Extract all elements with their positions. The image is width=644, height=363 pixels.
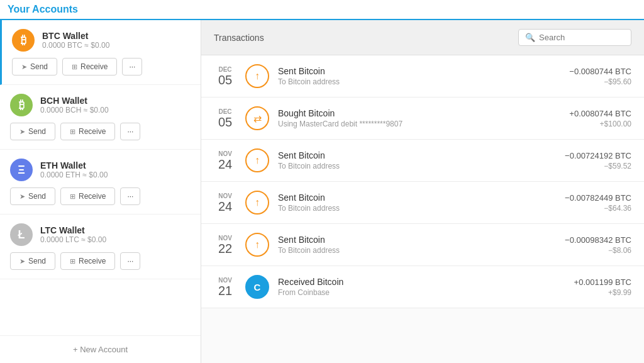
wallet-info-ltc: LTC Wallet 0.0000 LTC ≈ $0.00 (40, 225, 106, 244)
send-button-btc[interactable]: ➤ Send (12, 58, 57, 75)
tx-usd-0: −$95.60 (569, 77, 631, 86)
tx-name-0: Sent Bitcoin (278, 66, 560, 76)
wallet-icon-ltc: Ł (10, 223, 33, 246)
page-title: Your Accounts (8, 4, 78, 15)
tx-amounts-3: −0.00782449 BTC −$64.36 (565, 193, 631, 213)
tx-subtitle-5: From Coinbase (278, 288, 565, 297)
tx-date-4: NOV 22 (214, 235, 236, 255)
send-button-bch[interactable]: ➤ Send (10, 123, 55, 140)
tx-name-2: Sent Bitcoin (278, 150, 556, 160)
wallet-balance-bch: 0.0000 BCH ≈ $0.00 (40, 106, 109, 114)
tx-type-icon-3: ↑ (245, 191, 269, 215)
receive-button-bch[interactable]: ⊞ Receive (60, 123, 115, 140)
tx-type-icon-4: ↑ (245, 233, 269, 257)
more-button-btc[interactable]: ··· (122, 58, 142, 75)
wallet-header-ltc: Ł LTC Wallet 0.0000 LTC ≈ $0.00 (10, 223, 191, 246)
tx-type-icon-2: ↑ (245, 148, 269, 172)
tx-day-2: 24 (214, 157, 236, 171)
receive-icon: ⊞ (70, 257, 75, 265)
wallet-info-btc: BTC Wallet 0.0000 BTC ≈ $0.00 (42, 31, 109, 50)
wallet-name-ltc: LTC Wallet (40, 225, 106, 235)
tx-amounts-0: −0.0080744 BTC −$95.60 (569, 67, 631, 86)
wallet-header-bch: ₿ BCH Wallet 0.0000 BCH ≈ $0.00 (10, 94, 191, 116)
tx-month-3: NOV (214, 193, 236, 199)
receive-button-eth[interactable]: ⊞ Receive (60, 187, 115, 205)
wallet-card-ltc[interactable]: Ł LTC Wallet 0.0000 LTC ≈ $0.00 ➤ Send ⊞… (0, 215, 201, 279)
tx-subtitle-0: To Bitcoin address (278, 77, 560, 86)
search-input[interactable] (539, 33, 625, 42)
wallet-header-btc: ₿ BTC Wallet 0.0000 BTC ≈ $0.00 (12, 29, 191, 52)
wallet-header-eth: Ξ ETH Wallet 0.0000 ETH ≈ $0.00 (10, 159, 191, 181)
tx-day-4: 22 (214, 242, 236, 255)
wallet-balance-eth: 0.0000 ETH ≈ $0.00 (40, 170, 108, 179)
more-button-eth[interactable]: ··· (120, 187, 140, 205)
search-box[interactable]: 🔍 (518, 29, 631, 46)
tx-day-0: 05 (214, 73, 236, 87)
send-icon: ➤ (19, 193, 25, 201)
tx-date-1: DEC 05 (214, 108, 236, 129)
table-row[interactable]: NOV 21 C Received Bitcoin From Coinbase … (201, 266, 644, 308)
wallet-actions-bch: ➤ Send ⊞ Receive ··· (10, 123, 191, 140)
tx-day-3: 24 (214, 199, 236, 213)
tx-btc-0: −0.0080744 BTC (569, 67, 631, 76)
receive-button-btc[interactable]: ⊞ Receive (62, 58, 117, 75)
receive-icon: ⊞ (70, 128, 75, 136)
table-row[interactable]: NOV 24 ↑ Sent Bitcoin To Bitcoin address… (201, 182, 644, 224)
send-button-eth[interactable]: ➤ Send (10, 187, 55, 205)
tx-amounts-1: +0.0080744 BTC +$100.00 (569, 109, 631, 128)
tx-date-0: DEC 05 (214, 66, 236, 87)
table-row[interactable]: NOV 24 ↑ Sent Bitcoin To Bitcoin address… (201, 140, 644, 182)
tx-type-icon-1: ⇄ (245, 106, 269, 130)
receive-button-ltc[interactable]: ⊞ Receive (60, 252, 115, 270)
tx-btc-3: −0.00782449 BTC (565, 193, 631, 203)
tx-btc-4: −0.00098342 BTC (565, 235, 631, 245)
send-icon: ➤ (19, 257, 25, 265)
tx-usd-3: −$64.36 (565, 204, 631, 213)
table-row[interactable]: NOV 22 ↑ Sent Bitcoin To Bitcoin address… (201, 224, 644, 266)
wallet-info-bch: BCH Wallet 0.0000 BCH ≈ $0.00 (40, 96, 109, 114)
tx-details-2: Sent Bitcoin To Bitcoin address (278, 150, 556, 170)
tx-details-0: Sent Bitcoin To Bitcoin address (278, 66, 560, 86)
tx-type-icon-0: ↑ (245, 64, 269, 88)
tx-usd-5: +$9.99 (574, 288, 631, 297)
tx-amounts-2: −0.00724192 BTC −$59.52 (565, 151, 631, 170)
send-button-ltc[interactable]: ➤ Send (10, 252, 55, 270)
wallet-icon-bch: ₿ (10, 94, 33, 116)
sidebar: ₿ BTC Wallet 0.0000 BTC ≈ $0.00 ➤ Send ⊞… (0, 20, 201, 363)
tx-details-4: Sent Bitcoin To Bitcoin address (278, 235, 556, 255)
tx-date-3: NOV 24 (214, 193, 236, 213)
tx-name-3: Sent Bitcoin (278, 193, 556, 203)
wallet-info-eth: ETH Wallet 0.0000 ETH ≈ $0.00 (40, 160, 108, 179)
send-icon: ➤ (21, 63, 27, 71)
search-icon: 🔍 (525, 33, 535, 42)
tx-details-1: Bought Bitcoin Using MasterCard debit **… (278, 108, 560, 128)
table-row[interactable]: DEC 05 ↑ Sent Bitcoin To Bitcoin address… (201, 55, 644, 98)
top-bar: Your Accounts (0, 0, 644, 20)
more-button-bch[interactable]: ··· (120, 123, 140, 140)
tx-btc-1: +0.0080744 BTC (569, 109, 631, 118)
tx-date-5: NOV 21 (214, 277, 236, 298)
wallet-name-eth: ETH Wallet (40, 160, 108, 170)
table-row[interactable]: DEC 05 ⇄ Bought Bitcoin Using MasterCard… (201, 98, 644, 140)
new-account-button[interactable]: + New Account (0, 335, 201, 363)
wallet-card-bch[interactable]: ₿ BCH Wallet 0.0000 BCH ≈ $0.00 ➤ Send ⊞… (0, 85, 201, 150)
tx-subtitle-2: To Bitcoin address (278, 162, 556, 170)
tx-name-1: Bought Bitcoin (278, 108, 560, 118)
wallet-card-btc[interactable]: ₿ BTC Wallet 0.0000 BTC ≈ $0.00 ➤ Send ⊞… (0, 20, 201, 85)
tx-details-3: Sent Bitcoin To Bitcoin address (278, 193, 556, 213)
wallet-card-eth[interactable]: Ξ ETH Wallet 0.0000 ETH ≈ $0.00 ➤ Send ⊞… (0, 150, 201, 215)
tx-day-1: 05 (214, 115, 236, 129)
tx-name-4: Sent Bitcoin (278, 235, 556, 245)
tx-month-4: NOV (214, 235, 236, 242)
tx-subtitle-4: To Bitcoin address (278, 246, 556, 255)
tx-subtitle-1: Using MasterCard debit *********9807 (278, 120, 560, 128)
tx-month-0: DEC (214, 66, 236, 73)
wallet-actions-btc: ➤ Send ⊞ Receive ··· (12, 58, 191, 75)
wallet-name-bch: BCH Wallet (40, 96, 109, 106)
tx-type-icon-5: C (245, 275, 269, 299)
transactions-header: Transactions 🔍 (201, 20, 644, 55)
tx-details-5: Received Bitcoin From Coinbase (278, 277, 565, 297)
wallet-actions-ltc: ➤ Send ⊞ Receive ··· (10, 252, 191, 270)
more-button-ltc[interactable]: ··· (120, 252, 140, 270)
tx-month-5: NOV (214, 277, 236, 284)
